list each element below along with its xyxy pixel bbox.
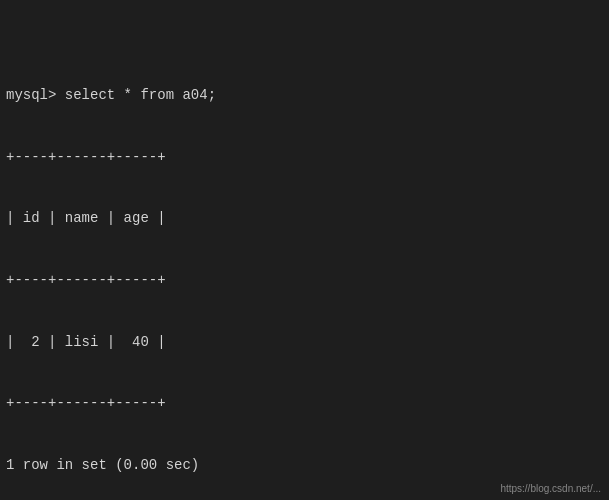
- terminal: mysql> select * from a04; +----+------+-…: [0, 0, 609, 500]
- watermark: https://blog.csdn.net/...: [500, 482, 601, 497]
- line-4: +----+------+-----+: [6, 270, 603, 291]
- line-3: | id | name | age |: [6, 208, 603, 229]
- line-1: mysql> select * from a04;: [6, 85, 603, 106]
- line-6: +----+------+-----+: [6, 393, 603, 414]
- line-5: | 2 | lisi | 40 |: [6, 332, 603, 353]
- line-7: 1 row in set (0.00 sec): [6, 455, 603, 476]
- line-2: +----+------+-----+: [6, 147, 603, 168]
